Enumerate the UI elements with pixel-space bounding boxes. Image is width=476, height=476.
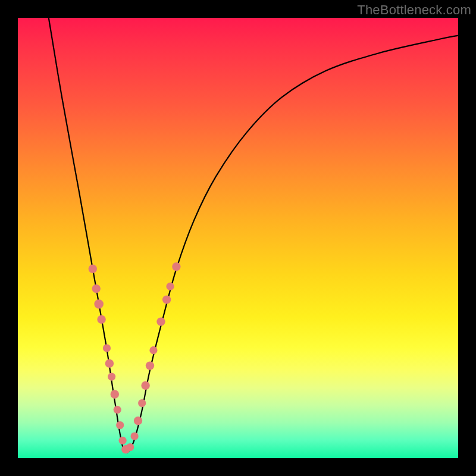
sample-dot bbox=[162, 295, 171, 303]
plot-area bbox=[18, 18, 458, 458]
sample-dot bbox=[103, 344, 111, 352]
sample-dot bbox=[97, 315, 105, 324]
chart-svg bbox=[18, 18, 458, 458]
sample-dot bbox=[146, 361, 154, 369]
sample-dot bbox=[131, 432, 139, 440]
sample-dot bbox=[172, 262, 180, 271]
sample-dot bbox=[119, 437, 127, 444]
chart-frame: TheBottleneck.com bbox=[0, 0, 476, 476]
sample-dot bbox=[111, 390, 119, 399]
sample-markers bbox=[89, 262, 181, 454]
sample-dot bbox=[166, 283, 174, 290]
sample-dot bbox=[141, 381, 149, 390]
sample-dot bbox=[108, 373, 115, 381]
sample-dot bbox=[94, 299, 104, 309]
sample-dot bbox=[156, 317, 165, 325]
sample-dot bbox=[114, 406, 121, 414]
sample-dot bbox=[116, 421, 124, 429]
sample-dot bbox=[92, 284, 101, 293]
sample-dot bbox=[126, 443, 134, 451]
sample-dot bbox=[134, 416, 142, 425]
sample-dot bbox=[138, 399, 146, 407]
bottleneck-curve bbox=[49, 18, 458, 453]
sample-dot bbox=[149, 346, 157, 354]
sample-dot bbox=[105, 359, 114, 368]
watermark-text: TheBottleneck.com bbox=[357, 2, 471, 18]
sample-dot bbox=[89, 265, 97, 273]
